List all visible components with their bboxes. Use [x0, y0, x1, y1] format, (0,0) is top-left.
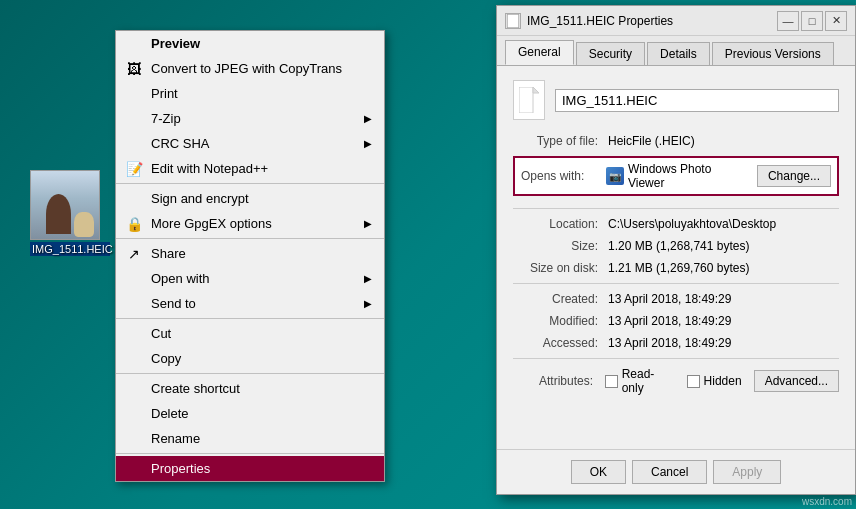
readonly-label: Read-only [622, 367, 675, 395]
accessed-value: 13 April 2018, 18:49:29 [608, 336, 839, 350]
cancel-button[interactable]: Cancel [632, 460, 707, 484]
hidden-checkbox[interactable] [687, 375, 700, 388]
modified-row: Modified: 13 April 2018, 18:49:29 [513, 314, 839, 328]
ok-button[interactable]: OK [571, 460, 626, 484]
maximize-button[interactable]: □ [801, 11, 823, 31]
tab-security[interactable]: Security [576, 42, 645, 65]
context-menu-rename[interactable]: Rename [116, 426, 384, 451]
separator-2 [116, 238, 384, 239]
separator-4 [116, 373, 384, 374]
tab-previous-versions[interactable]: Previous Versions [712, 42, 834, 65]
dialog-title-icon [505, 13, 521, 29]
dialog-content: Type of file: HeicFile (.HEIC) Opens wit… [497, 66, 855, 449]
context-menu-preview[interactable]: Preview [116, 31, 384, 56]
attributes-label: Attributes: [513, 374, 593, 388]
tab-general[interactable]: General [505, 40, 574, 65]
minimize-button[interactable]: — [777, 11, 799, 31]
opens-with-label: Opens with: [521, 169, 606, 183]
hidden-label: Hidden [704, 374, 742, 388]
tab-details[interactable]: Details [647, 42, 710, 65]
submenu-arrow-sendto: ▶ [364, 298, 372, 309]
context-menu-cut[interactable]: Cut [116, 321, 384, 346]
context-menu-open-with[interactable]: Open with ▶ [116, 266, 384, 291]
advanced-button[interactable]: Advanced... [754, 370, 839, 392]
hidden-checkbox-item[interactable]: Hidden [687, 374, 742, 388]
app-icon: 📷 [606, 167, 624, 185]
opens-with-app: 📷 Windows Photo Viewer [606, 162, 751, 190]
accessed-label: Accessed: [513, 336, 608, 350]
context-menu-delete[interactable]: Delete [116, 401, 384, 426]
change-button[interactable]: Change... [757, 165, 831, 187]
filename-input[interactable] [555, 89, 839, 112]
dialog-window-controls: — □ ✕ [777, 11, 847, 31]
convert-icon: 🖼 [124, 59, 144, 79]
properties-dialog: IMG_1511.HEIC Properties — □ ✕ General S… [496, 5, 856, 495]
created-value: 13 April 2018, 18:49:29 [608, 292, 839, 306]
modified-label: Modified: [513, 314, 608, 328]
separator-5 [116, 453, 384, 454]
dialog-footer: OK Cancel Apply [497, 449, 855, 494]
dialog-titlebar: IMG_1511.HEIC Properties — □ ✕ [497, 6, 855, 36]
size-on-disk-value: 1.21 MB (1,269,760 bytes) [608, 261, 839, 275]
dialog-title-text: IMG_1511.HEIC Properties [527, 14, 673, 28]
location-label: Location: [513, 217, 608, 231]
type-value: HeicFile (.HEIC) [608, 134, 839, 148]
readonly-checkbox[interactable] [605, 375, 618, 388]
separator-1 [116, 183, 384, 184]
modified-value: 13 April 2018, 18:49:29 [608, 314, 839, 328]
context-menu-7zip[interactable]: 7-Zip ▶ [116, 106, 384, 131]
context-menu-gpgex[interactable]: 🔒 More GpgEX options ▶ [116, 211, 384, 236]
context-menu-convert[interactable]: 🖼 Convert to JPEG with CopyTrans [116, 56, 384, 81]
accessed-row: Accessed: 13 April 2018, 18:49:29 [513, 336, 839, 350]
filename-section [513, 80, 839, 120]
context-menu-share[interactable]: ↗ Share [116, 241, 384, 266]
context-menu-send-to[interactable]: Send to ▶ [116, 291, 384, 316]
size-label: Size: [513, 239, 608, 253]
file-icon[interactable]: IMG_1511.HEIC [30, 170, 110, 256]
lock-icon: 🔒 [124, 214, 144, 234]
context-menu-notepad[interactable]: 📝 Edit with Notepad++ [116, 156, 384, 181]
file-icon-label: IMG_1511.HEIC [30, 242, 110, 256]
separator-3 [116, 318, 384, 319]
file-type-icon [513, 80, 545, 120]
location-row: Location: C:\Users\poluyakhtova\Desktop [513, 217, 839, 231]
submenu-arrow-crc: ▶ [364, 138, 372, 149]
close-button[interactable]: ✕ [825, 11, 847, 31]
notepad-icon: 📝 [124, 159, 144, 179]
svg-rect-1 [508, 15, 518, 27]
desktop: IMG_1511.HEIC Preview 🖼 Convert to JPEG … [0, 0, 856, 509]
dialog-tabs: General Security Details Previous Versio… [497, 36, 855, 66]
context-menu-sign[interactable]: Sign and encrypt [116, 186, 384, 211]
opens-with-row: Opens with: 📷 Windows Photo Viewer Chang… [513, 156, 839, 196]
dialog-title: IMG_1511.HEIC Properties [505, 13, 673, 29]
apply-button[interactable]: Apply [713, 460, 781, 484]
created-label: Created: [513, 292, 608, 306]
readonly-checkbox-item[interactable]: Read-only [605, 367, 675, 395]
separator-line-1 [513, 208, 839, 209]
context-menu: Preview 🖼 Convert to JPEG with CopyTrans… [115, 30, 385, 482]
watermark: wsxdn.com [802, 496, 852, 507]
size-on-disk-row: Size on disk: 1.21 MB (1,269,760 bytes) [513, 261, 839, 275]
separator-line-2 [513, 283, 839, 284]
context-menu-copy[interactable]: Copy [116, 346, 384, 371]
created-row: Created: 13 April 2018, 18:49:29 [513, 292, 839, 306]
context-menu-crc[interactable]: CRC SHA ▶ [116, 131, 384, 156]
size-value: 1.20 MB (1,268,741 bytes) [608, 239, 839, 253]
submenu-arrow-gpgex: ▶ [364, 218, 372, 229]
share-icon: ↗ [124, 244, 144, 264]
type-of-file-row: Type of file: HeicFile (.HEIC) [513, 134, 839, 148]
context-menu-create-shortcut[interactable]: Create shortcut [116, 376, 384, 401]
file-thumbnail [30, 170, 100, 240]
size-on-disk-label: Size on disk: [513, 261, 608, 275]
attributes-row: Attributes: Read-only Hidden Advanced... [513, 367, 839, 395]
context-menu-print[interactable]: Print [116, 81, 384, 106]
context-menu-properties[interactable]: Properties [116, 456, 384, 481]
separator-line-3 [513, 358, 839, 359]
opens-with-app-name: Windows Photo Viewer [628, 162, 751, 190]
submenu-arrow-7zip: ▶ [364, 113, 372, 124]
svg-marker-3 [533, 87, 539, 93]
location-value: C:\Users\poluyakhtova\Desktop [608, 217, 839, 231]
svg-rect-2 [519, 87, 533, 113]
size-row: Size: 1.20 MB (1,268,741 bytes) [513, 239, 839, 253]
type-label: Type of file: [513, 134, 608, 148]
